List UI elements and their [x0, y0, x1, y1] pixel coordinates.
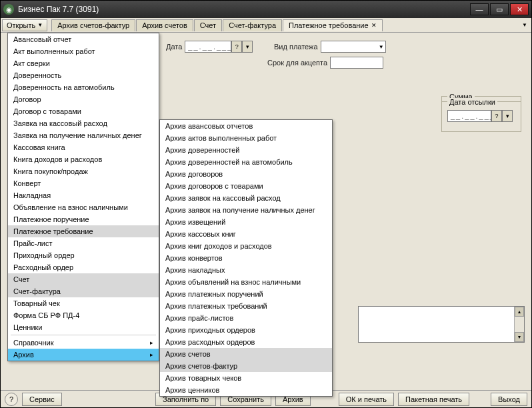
submenu-item[interactable]: Архив счетов-фактур [160, 360, 332, 372]
submenu-item[interactable]: Архив извещений [160, 216, 332, 228]
send-date-mask[interactable]: __.__.____ [447, 110, 491, 122]
submenu-item[interactable]: Архив заявок на получение наличных денег [160, 204, 332, 216]
menu-item[interactable]: Книга покупок/продаж [8, 165, 159, 177]
main-menu: Авансовый отчетАкт выполненных работАкт … [7, 33, 159, 361]
submenu-item[interactable]: Архив актов выполненных работ [160, 132, 332, 144]
menu-item[interactable]: Прайс-лист [8, 237, 159, 249]
archive-submenu: Архив авансовых отчетовАрхив актов выпол… [159, 119, 333, 397]
batch-print-button[interactable]: Пакетная печать [398, 393, 469, 406]
app-window: ◉ Бизнес Пак 7.7 (3091) — ▭ ✕ Открыть ▼ … [0, 0, 532, 408]
submenu-item[interactable]: Архив накладных [160, 264, 332, 276]
submenu-item[interactable]: Архив авансовых отчетов [160, 120, 332, 132]
menu-item[interactable]: Счет-фактура [8, 285, 159, 297]
menu-item[interactable]: Акт выполненных работ [8, 45, 159, 57]
submenu-item[interactable]: Архив договоров [160, 168, 332, 180]
menu-item[interactable]: Договор [8, 93, 159, 105]
ok-print-button[interactable]: ОК и печать [339, 393, 394, 406]
window-title: Бизнес Пак 7.7 (3091) [18, 5, 470, 14]
menu-item[interactable]: Конверт [8, 177, 159, 189]
submenu-item[interactable]: Архив доверенностей на автомобиль [160, 156, 332, 168]
scrollbar[interactable]: ▴ ▾ [514, 307, 524, 342]
menu-item[interactable]: Приходный ордер [8, 249, 159, 261]
toolbar: Открыть ▼ Архив счетов-фактурАрхив счето… [1, 18, 531, 33]
content-area: Дата __.__.____ ? ▾ Вид платежа ▼ Срок д… [1, 33, 531, 390]
service-button[interactable]: Сервис [22, 393, 62, 406]
menu-item-reference[interactable]: Справочник▸ [8, 337, 159, 349]
payment-type-label: Вид платежа [274, 43, 318, 51]
payment-type-select[interactable]: ▼ [321, 41, 386, 53]
menu-item-archive[interactable]: Архив▸ [8, 349, 159, 361]
menu-item[interactable]: Акт сверки [8, 57, 159, 69]
menu-item[interactable]: Расходный ордер [8, 261, 159, 273]
tab-2[interactable]: Счет [194, 19, 222, 31]
tab-bar: Архив счетов-фактурАрхив счетовСчетСчет-… [51, 19, 519, 31]
submenu-item[interactable]: Архив приходных ордеров [160, 324, 332, 336]
submenu-item[interactable]: Архив книг доходов и расходов [160, 240, 332, 252]
date-input[interactable]: __.__.____ ? ▾ [185, 41, 253, 53]
open-button[interactable]: Открыть ▼ [2, 19, 47, 31]
menu-item[interactable]: Договор с товарами [8, 105, 159, 117]
exit-button[interactable]: Выход [491, 393, 527, 406]
submenu-item[interactable]: Архив объявлений на взнос наличными [160, 276, 332, 288]
menu-item[interactable]: Объявление на взнос наличными [8, 201, 159, 213]
send-date-help-button[interactable]: ? [491, 110, 502, 122]
submenu-item[interactable]: Архив конвертов [160, 252, 332, 264]
notes-textarea[interactable]: ▴ ▾ [358, 306, 525, 343]
submenu-arrow-icon: ▸ [150, 339, 153, 346]
submenu-item[interactable]: Архив договоров с товарами [160, 180, 332, 192]
accept-term-label: Срок для акцепта [267, 59, 327, 67]
menu-item[interactable]: Платежное требование [8, 225, 159, 237]
menu-item[interactable]: Товарный чек [8, 297, 159, 309]
maximize-button[interactable]: ▭ [490, 3, 509, 15]
send-date-picker-button[interactable]: ▾ [502, 110, 513, 122]
chevron-down-icon: ▼ [37, 22, 43, 28]
submenu-item[interactable]: Архив товарных чеков [160, 372, 332, 384]
date-help-button[interactable]: ? [231, 41, 242, 53]
submenu-item[interactable]: Архив кассовых книг [160, 228, 332, 240]
tab-0[interactable]: Архив счетов-фактур [51, 19, 135, 31]
tab-3[interactable]: Счет-фактура [223, 19, 282, 31]
menu-item[interactable]: Ценники [8, 321, 159, 333]
date-mask[interactable]: __.__.____ [185, 41, 231, 53]
menu-item[interactable]: Счет [8, 273, 159, 285]
menu-item[interactable]: Авансовый отчет [8, 33, 159, 45]
tab-4[interactable]: Платежное требование✕ [283, 19, 383, 31]
submenu-item[interactable]: Архив платежных требований [160, 300, 332, 312]
submenu-item[interactable]: Архив счетов [160, 348, 332, 360]
tab-1[interactable]: Архив счетов [136, 19, 193, 31]
titlebar: ◉ Бизнес Пак 7.7 (3091) — ▭ ✕ [1, 1, 531, 18]
submenu-item[interactable]: Архив прайс-листов [160, 312, 332, 324]
menu-item[interactable]: Кассовая книга [8, 141, 159, 153]
submenu-item[interactable]: Архив расходных ордеров [160, 336, 332, 348]
menu-item[interactable]: Доверенность на автомобиль [8, 81, 159, 93]
submenu-item[interactable]: Архив заявок на кассовый расход [160, 192, 332, 204]
scroll-down-button[interactable]: ▾ [515, 332, 524, 342]
scroll-up-button[interactable]: ▴ [515, 307, 524, 317]
submenu-item[interactable]: Архив доверенностей [160, 144, 332, 156]
menu-item[interactable]: Книга доходов и расходов [8, 153, 159, 165]
chevron-down-icon: ▼ [379, 44, 384, 50]
app-icon: ◉ [3, 4, 14, 15]
menu-item[interactable]: Заявка на получение наличных денег [8, 129, 159, 141]
send-date-input[interactable]: __.__.____ ? ▾ [447, 110, 515, 122]
minimize-button[interactable]: — [470, 3, 489, 15]
submenu-arrow-icon: ▸ [150, 351, 153, 358]
help-button[interactable]: ? [5, 393, 18, 406]
submenu-item[interactable]: Архив платежных поручений [160, 288, 332, 300]
menu-item[interactable]: Доверенность [8, 69, 159, 81]
menu-separator [11, 335, 156, 335]
tab-overflow-button[interactable]: ▼ [519, 22, 530, 28]
submenu-item[interactable]: Архив ценников [160, 384, 332, 396]
menu-item[interactable]: Накладная [8, 189, 159, 201]
send-date-label: Дата отсылки [447, 98, 497, 106]
tab-close-icon[interactable]: ✕ [371, 22, 377, 29]
menu-item[interactable]: Платежное поручение [8, 213, 159, 225]
menu-item[interactable]: Форма СБ РФ ПД-4 [8, 309, 159, 321]
accept-term-input[interactable] [330, 57, 383, 69]
open-button-label: Открыть [7, 21, 35, 29]
close-button[interactable]: ✕ [510, 3, 529, 15]
date-picker-button[interactable]: ▾ [242, 41, 253, 53]
menu-item[interactable]: Заявка на кассовый расход [8, 117, 159, 129]
date-label: Дата [166, 43, 182, 51]
